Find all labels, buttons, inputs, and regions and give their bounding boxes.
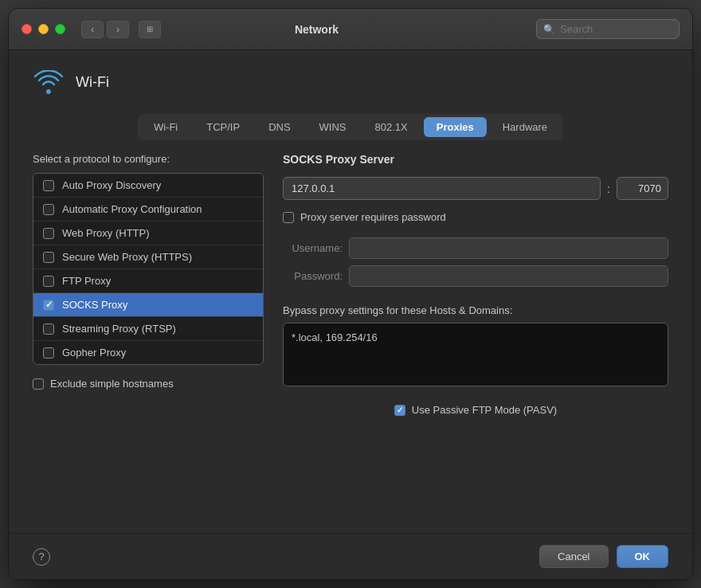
tab-tcpip[interactable]: TCP/IP xyxy=(194,117,253,137)
titlebar: ‹ › ⊞ Network 🔍 xyxy=(9,9,692,50)
protocol-item-ftp[interactable]: FTP Proxy xyxy=(33,269,263,293)
help-button[interactable]: ? xyxy=(33,548,50,566)
tab-8021x[interactable]: 802.1X xyxy=(362,117,421,137)
protocol-label-socks: SOCKS Proxy xyxy=(62,299,127,311)
password-row-cred: Password: xyxy=(283,265,668,287)
checkbox-password-required[interactable] xyxy=(283,212,294,223)
tab-hardware[interactable]: Hardware xyxy=(490,117,560,137)
protocol-item-web-proxy[interactable]: Web Proxy (HTTP) xyxy=(33,221,263,245)
wifi-icon xyxy=(33,66,65,98)
protocol-item-auto-proxy[interactable]: Auto Proxy Discovery xyxy=(33,174,263,198)
password-label: Password: xyxy=(283,270,343,282)
traffic-lights xyxy=(22,24,65,34)
protocol-item-secure-web[interactable]: Secure Web Proxy (HTTPS) xyxy=(33,245,263,269)
protocol-section-label: Select a protocol to configure: xyxy=(33,153,264,165)
server-row: : xyxy=(283,177,668,200)
protocol-label-auto-config: Automatic Proxy Configuration xyxy=(62,203,202,215)
protocol-label-web-proxy: Web Proxy (HTTP) xyxy=(62,227,150,239)
search-icon: 🔍 xyxy=(543,24,555,35)
tab-wifi[interactable]: Wi-Fi xyxy=(141,117,190,137)
pasv-row: ✓ Use Passive FTP Mode (PASV) xyxy=(283,404,668,416)
pasv-label: Use Passive FTP Mode (PASV) xyxy=(412,404,557,416)
server-host-input[interactable] xyxy=(283,177,601,200)
checkbox-streaming[interactable] xyxy=(43,323,54,335)
protocol-label-streaming: Streaming Proxy (RTSP) xyxy=(62,323,176,335)
protocol-label-auto-proxy: Auto Proxy Discovery xyxy=(62,179,161,191)
checkmark-icon: ✓ xyxy=(45,300,53,310)
tabs-row: Wi-Fi TCP/IP DNS WINS 802.1X Proxies Har… xyxy=(138,114,563,140)
protocol-item-gopher[interactable]: Gopher Proxy xyxy=(33,341,263,364)
username-row: Username: xyxy=(283,237,668,259)
protocol-list: Auto Proxy Discovery Automatic Proxy Con… xyxy=(33,173,264,365)
maximize-button[interactable] xyxy=(55,24,65,34)
footer-buttons: Cancel OK xyxy=(539,545,668,568)
username-label: Username: xyxy=(283,242,343,254)
left-panel: Select a protocol to configure: Auto Pro… xyxy=(33,153,264,517)
search-box[interactable]: 🔍 xyxy=(536,19,679,39)
exclude-row: Exclude simple hostnames xyxy=(33,378,264,390)
checkbox-socks[interactable]: ✓ xyxy=(43,300,54,311)
tab-proxies[interactable]: Proxies xyxy=(424,117,487,137)
exclude-label: Exclude simple hostnames xyxy=(50,378,174,390)
ok-button[interactable]: OK xyxy=(617,545,669,568)
checkbox-auto-proxy[interactable] xyxy=(43,180,54,191)
checkbox-pasv[interactable]: ✓ xyxy=(394,405,405,416)
password-row: Proxy server requires password xyxy=(283,211,668,223)
right-panel: SOCKS Proxy Server : Proxy server requir… xyxy=(283,153,668,517)
checkbox-auto-config[interactable] xyxy=(43,204,54,215)
checkbox-ftp[interactable] xyxy=(43,276,54,287)
search-input[interactable] xyxy=(560,23,672,35)
tab-dns[interactable]: DNS xyxy=(256,117,303,137)
network-window: ‹ › ⊞ Network 🔍 Wi-Fi Wi-Fi xyxy=(8,8,693,580)
tab-wins[interactable]: WINS xyxy=(307,117,359,137)
protocol-label-secure-web: Secure Web Proxy (HTTPS) xyxy=(62,251,192,263)
protocol-label-gopher: Gopher Proxy xyxy=(62,347,126,359)
close-button[interactable] xyxy=(22,24,32,34)
main-panel: Select a protocol to configure: Auto Pro… xyxy=(33,153,668,517)
credentials-section: Username: Password: xyxy=(283,237,668,287)
checkbox-exclude[interactable] xyxy=(33,378,44,390)
footer-bar: ? Cancel OK xyxy=(9,533,692,579)
server-port-input[interactable] xyxy=(617,177,668,200)
bypass-section: Bypass proxy settings for these Hosts & … xyxy=(283,304,668,386)
back-button[interactable]: ‹ xyxy=(81,21,104,38)
protocol-item-socks[interactable]: ✓ SOCKS Proxy xyxy=(33,293,263,317)
wifi-header: Wi-Fi xyxy=(33,66,668,101)
protocol-item-auto-config[interactable]: Automatic Proxy Configuration xyxy=(33,198,263,221)
minimize-button[interactable] xyxy=(38,24,49,34)
content-area: Wi-Fi Wi-Fi TCP/IP DNS WINS 802.1X Proxi… xyxy=(9,50,692,533)
protocol-label-ftp: FTP Proxy xyxy=(62,275,111,287)
socks-server-title: SOCKS Proxy Server xyxy=(283,153,668,166)
bypass-textarea[interactable]: *.local, 169.254/16 xyxy=(283,323,668,386)
cancel-button[interactable]: Cancel xyxy=(539,545,608,568)
username-input[interactable] xyxy=(349,237,668,259)
protocol-item-streaming[interactable]: Streaming Proxy (RTSP) xyxy=(33,317,263,341)
password-input[interactable] xyxy=(349,265,668,287)
password-required-label: Proxy server requires password xyxy=(300,211,446,223)
bypass-label: Bypass proxy settings for these Hosts & … xyxy=(283,304,668,316)
checkbox-web-proxy[interactable] xyxy=(43,228,54,239)
checkbox-gopher[interactable] xyxy=(43,347,54,359)
window-title: Network xyxy=(107,23,527,36)
checkbox-secure-web[interactable] xyxy=(43,252,54,263)
pasv-checkmark-icon: ✓ xyxy=(397,406,403,414)
wifi-label: Wi-Fi xyxy=(76,74,109,91)
colon-separator: : xyxy=(607,182,610,195)
